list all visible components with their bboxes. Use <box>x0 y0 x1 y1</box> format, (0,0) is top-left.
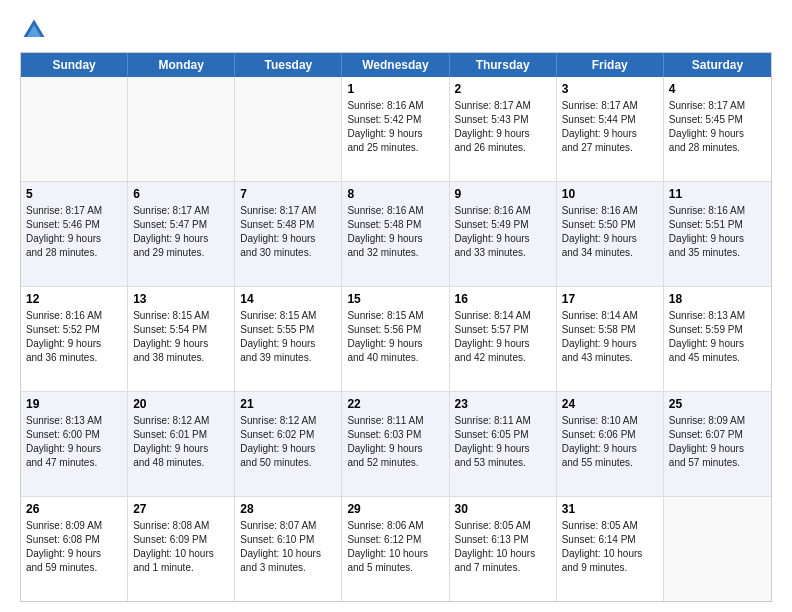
day-number: 1 <box>347 81 443 97</box>
day-info: Sunrise: 8:17 AMSunset: 5:48 PMDaylight:… <box>240 204 336 260</box>
cal-cell <box>21 77 128 181</box>
day-info: Sunrise: 8:14 AMSunset: 5:57 PMDaylight:… <box>455 309 551 365</box>
day-info: Sunrise: 8:17 AMSunset: 5:44 PMDaylight:… <box>562 99 658 155</box>
day-number: 10 <box>562 186 658 202</box>
cal-cell: 24Sunrise: 8:10 AMSunset: 6:06 PMDayligh… <box>557 392 664 496</box>
day-info: Sunrise: 8:16 AMSunset: 5:48 PMDaylight:… <box>347 204 443 260</box>
day-info: Sunrise: 8:17 AMSunset: 5:47 PMDaylight:… <box>133 204 229 260</box>
day-number: 20 <box>133 396 229 412</box>
day-header-friday: Friday <box>557 53 664 77</box>
day-number: 19 <box>26 396 122 412</box>
day-number: 14 <box>240 291 336 307</box>
cal-row-4: 19Sunrise: 8:13 AMSunset: 6:00 PMDayligh… <box>21 391 771 496</box>
cal-cell <box>128 77 235 181</box>
cal-cell: 1Sunrise: 8:16 AMSunset: 5:42 PMDaylight… <box>342 77 449 181</box>
cal-cell: 27Sunrise: 8:08 AMSunset: 6:09 PMDayligh… <box>128 497 235 601</box>
day-info: Sunrise: 8:16 AMSunset: 5:51 PMDaylight:… <box>669 204 766 260</box>
logo-icon <box>20 16 48 44</box>
day-info: Sunrise: 8:11 AMSunset: 6:03 PMDaylight:… <box>347 414 443 470</box>
day-number: 5 <box>26 186 122 202</box>
day-header-monday: Monday <box>128 53 235 77</box>
cal-cell: 16Sunrise: 8:14 AMSunset: 5:57 PMDayligh… <box>450 287 557 391</box>
day-number: 29 <box>347 501 443 517</box>
day-info: Sunrise: 8:08 AMSunset: 6:09 PMDaylight:… <box>133 519 229 575</box>
day-header-tuesday: Tuesday <box>235 53 342 77</box>
cal-cell: 9Sunrise: 8:16 AMSunset: 5:49 PMDaylight… <box>450 182 557 286</box>
day-info: Sunrise: 8:13 AMSunset: 6:00 PMDaylight:… <box>26 414 122 470</box>
cal-cell: 5Sunrise: 8:17 AMSunset: 5:46 PMDaylight… <box>21 182 128 286</box>
day-info: Sunrise: 8:07 AMSunset: 6:10 PMDaylight:… <box>240 519 336 575</box>
day-number: 17 <box>562 291 658 307</box>
day-number: 25 <box>669 396 766 412</box>
header <box>20 16 772 44</box>
cal-cell: 22Sunrise: 8:11 AMSunset: 6:03 PMDayligh… <box>342 392 449 496</box>
cal-cell <box>235 77 342 181</box>
day-info: Sunrise: 8:16 AMSunset: 5:52 PMDaylight:… <box>26 309 122 365</box>
cal-row-2: 5Sunrise: 8:17 AMSunset: 5:46 PMDaylight… <box>21 181 771 286</box>
day-info: Sunrise: 8:17 AMSunset: 5:46 PMDaylight:… <box>26 204 122 260</box>
day-number: 4 <box>669 81 766 97</box>
cal-cell: 4Sunrise: 8:17 AMSunset: 5:45 PMDaylight… <box>664 77 771 181</box>
day-info: Sunrise: 8:09 AMSunset: 6:08 PMDaylight:… <box>26 519 122 575</box>
cal-cell: 14Sunrise: 8:15 AMSunset: 5:55 PMDayligh… <box>235 287 342 391</box>
day-number: 7 <box>240 186 336 202</box>
cal-cell: 29Sunrise: 8:06 AMSunset: 6:12 PMDayligh… <box>342 497 449 601</box>
calendar-header: SundayMondayTuesdayWednesdayThursdayFrid… <box>21 53 771 77</box>
day-number: 13 <box>133 291 229 307</box>
cal-row-5: 26Sunrise: 8:09 AMSunset: 6:08 PMDayligh… <box>21 496 771 601</box>
day-number: 8 <box>347 186 443 202</box>
day-info: Sunrise: 8:14 AMSunset: 5:58 PMDaylight:… <box>562 309 658 365</box>
cal-cell: 7Sunrise: 8:17 AMSunset: 5:48 PMDaylight… <box>235 182 342 286</box>
day-info: Sunrise: 8:12 AMSunset: 6:02 PMDaylight:… <box>240 414 336 470</box>
day-info: Sunrise: 8:05 AMSunset: 6:13 PMDaylight:… <box>455 519 551 575</box>
day-number: 15 <box>347 291 443 307</box>
cal-cell: 13Sunrise: 8:15 AMSunset: 5:54 PMDayligh… <box>128 287 235 391</box>
day-info: Sunrise: 8:12 AMSunset: 6:01 PMDaylight:… <box>133 414 229 470</box>
day-number: 21 <box>240 396 336 412</box>
day-number: 11 <box>669 186 766 202</box>
day-number: 28 <box>240 501 336 517</box>
day-info: Sunrise: 8:09 AMSunset: 6:07 PMDaylight:… <box>669 414 766 470</box>
day-number: 22 <box>347 396 443 412</box>
day-info: Sunrise: 8:11 AMSunset: 6:05 PMDaylight:… <box>455 414 551 470</box>
day-info: Sunrise: 8:05 AMSunset: 6:14 PMDaylight:… <box>562 519 658 575</box>
cal-row-1: 1Sunrise: 8:16 AMSunset: 5:42 PMDaylight… <box>21 77 771 181</box>
cal-cell: 31Sunrise: 8:05 AMSunset: 6:14 PMDayligh… <box>557 497 664 601</box>
day-info: Sunrise: 8:15 AMSunset: 5:56 PMDaylight:… <box>347 309 443 365</box>
day-number: 31 <box>562 501 658 517</box>
day-info: Sunrise: 8:16 AMSunset: 5:42 PMDaylight:… <box>347 99 443 155</box>
cal-cell: 2Sunrise: 8:17 AMSunset: 5:43 PMDaylight… <box>450 77 557 181</box>
day-info: Sunrise: 8:17 AMSunset: 5:43 PMDaylight:… <box>455 99 551 155</box>
cal-cell: 18Sunrise: 8:13 AMSunset: 5:59 PMDayligh… <box>664 287 771 391</box>
day-info: Sunrise: 8:15 AMSunset: 5:55 PMDaylight:… <box>240 309 336 365</box>
day-info: Sunrise: 8:10 AMSunset: 6:06 PMDaylight:… <box>562 414 658 470</box>
day-info: Sunrise: 8:13 AMSunset: 5:59 PMDaylight:… <box>669 309 766 365</box>
day-number: 2 <box>455 81 551 97</box>
day-number: 27 <box>133 501 229 517</box>
cal-cell: 19Sunrise: 8:13 AMSunset: 6:00 PMDayligh… <box>21 392 128 496</box>
cal-cell: 28Sunrise: 8:07 AMSunset: 6:10 PMDayligh… <box>235 497 342 601</box>
day-info: Sunrise: 8:16 AMSunset: 5:50 PMDaylight:… <box>562 204 658 260</box>
cal-cell: 21Sunrise: 8:12 AMSunset: 6:02 PMDayligh… <box>235 392 342 496</box>
day-header-wednesday: Wednesday <box>342 53 449 77</box>
day-number: 26 <box>26 501 122 517</box>
day-number: 18 <box>669 291 766 307</box>
cal-cell: 20Sunrise: 8:12 AMSunset: 6:01 PMDayligh… <box>128 392 235 496</box>
cal-cell: 6Sunrise: 8:17 AMSunset: 5:47 PMDaylight… <box>128 182 235 286</box>
day-number: 30 <box>455 501 551 517</box>
cal-cell: 26Sunrise: 8:09 AMSunset: 6:08 PMDayligh… <box>21 497 128 601</box>
day-number: 16 <box>455 291 551 307</box>
day-number: 12 <box>26 291 122 307</box>
day-info: Sunrise: 8:17 AMSunset: 5:45 PMDaylight:… <box>669 99 766 155</box>
day-header-thursday: Thursday <box>450 53 557 77</box>
calendar: SundayMondayTuesdayWednesdayThursdayFrid… <box>20 52 772 602</box>
cal-cell: 11Sunrise: 8:16 AMSunset: 5:51 PMDayligh… <box>664 182 771 286</box>
cal-cell: 8Sunrise: 8:16 AMSunset: 5:48 PMDaylight… <box>342 182 449 286</box>
logo <box>20 16 52 44</box>
cal-cell: 30Sunrise: 8:05 AMSunset: 6:13 PMDayligh… <box>450 497 557 601</box>
day-number: 23 <box>455 396 551 412</box>
cal-cell: 15Sunrise: 8:15 AMSunset: 5:56 PMDayligh… <box>342 287 449 391</box>
cal-cell <box>664 497 771 601</box>
cal-cell: 3Sunrise: 8:17 AMSunset: 5:44 PMDaylight… <box>557 77 664 181</box>
day-header-sunday: Sunday <box>21 53 128 77</box>
